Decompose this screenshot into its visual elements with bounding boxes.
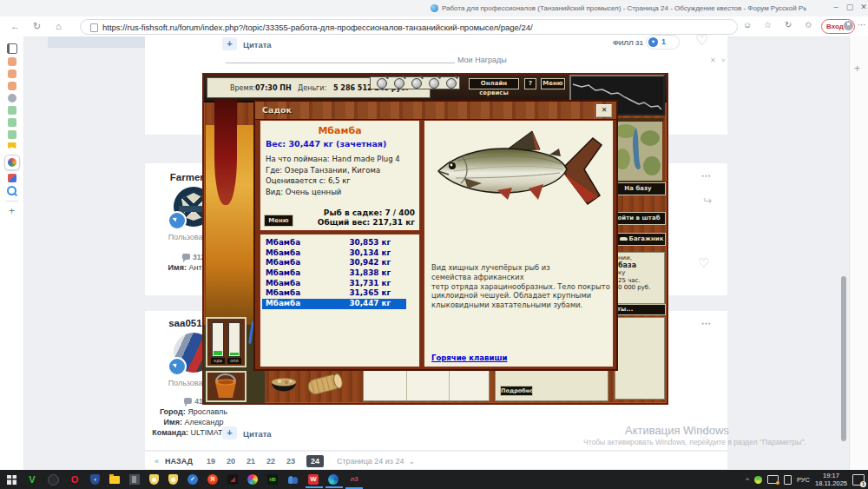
page-number[interactable]: 20 [227,457,235,466]
clock[interactable]: 19:17 18.11.2025 [815,472,847,487]
green-table-icon[interactable] [8,118,16,127]
dark-car-icon[interactable]: ◢ [227,474,238,485]
page-number[interactable]: 21 [247,457,255,466]
post-heart-icon[interactable]: ♡ [698,255,709,271]
reel-icon[interactable] [429,78,439,89]
start-menu-icon[interactable] [7,475,16,485]
game-screenshot-icon[interactable] [129,474,140,485]
hotkeys-link[interactable]: Горячие клавиши [431,354,507,362]
share-icon[interactable]: ↪ [703,195,712,207]
bookmark-star-icon[interactable]: ☆ [764,20,772,30]
reel-icon[interactable] [446,78,457,89]
post-options-icon[interactable]: ⋯ [701,318,712,329]
fish-list-row[interactable]: 31,731 кг Мбамба [262,279,406,289]
display-tray-icon[interactable] [767,475,779,484]
fish-list-row[interactable]: 30,853 кг Мбамба [262,238,406,248]
hb-app-icon[interactable]: НВ [267,474,278,485]
address-bar[interactable]: https://rus-fishsoft.ru/forum/index.php?… [80,19,738,35]
reactions-icon[interactable]: ☺ [743,20,752,30]
tray-expand-icon[interactable]: ^ [746,476,749,484]
quote-button[interactable]: Цитата [243,429,272,439]
flag-yellow-icon[interactable] [8,142,16,151]
to-hq-button[interactable]: ойти в штаб [612,212,666,225]
page-number[interactable]: 23 [286,457,295,466]
plus-icon[interactable]: + [8,207,16,215]
bucket-slot[interactable] [206,371,247,402]
reel-icon[interactable] [394,78,404,89]
inventory-slots[interactable] [363,370,490,401]
fish-list-row[interactable]: 30,134 кг Мбамба [262,248,406,259]
details-button[interactable]: Подробно [500,386,533,396]
hand-orange-icon[interactable] [8,57,16,66]
page-number[interactable]: 24 [306,455,324,467]
back-page-button[interactable]: НАЗАД [165,457,193,466]
tanks-app-icon[interactable] [48,474,59,486]
help-button[interactable]: ? [524,78,536,89]
page-select-caret-icon[interactable]: ⌄ [408,457,415,466]
edge-icon[interactable] [328,474,339,485]
quote-plus-button[interactable]: + [222,37,237,50]
url-text[interactable]: https://rus-fishsoft.ru/forum/index.php?… [102,23,533,32]
yellow-shield-icon[interactable] [149,474,159,485]
divider[interactable] [6,201,18,202]
language-indicator[interactable]: РУС [797,476,810,484]
to-base-button[interactable]: На базу [610,182,666,195]
map-panel[interactable] [614,121,662,182]
gallery-icon[interactable] [8,174,16,182]
home-icon[interactable]: ⌂ [56,21,62,31]
cage-menu-button[interactable]: Меню [264,215,293,227]
yellow-shield2-icon[interactable] [168,474,178,485]
page-number[interactable]: 22 [266,457,275,466]
tray-app-icon[interactable] [754,476,762,484]
page-number[interactable]: 19 [207,457,215,466]
notification-center-icon[interactable]: 1 [852,474,865,486]
gray-app-icon[interactable] [8,94,16,102]
green-table-icon[interactable] [8,130,16,139]
opera-icon[interactable]: O [69,473,81,486]
minimize-button[interactable]: – [830,3,842,11]
reel-icon[interactable] [377,78,387,89]
login-button[interactable]: Вход [821,19,855,34]
maximize-button[interactable]: ▢ [844,3,856,11]
right-panel-plus-icon[interactable]: + [854,63,860,75]
usb-tray-icon[interactable] [784,475,792,485]
close-window-button[interactable]: ✕ [858,3,868,11]
active-site-icon[interactable] [4,155,20,170]
fish-list-row[interactable]: 31,365 кг Мбамба [262,288,406,299]
search-icon[interactable] [7,186,16,195]
quote-plus-button[interactable]: + [222,426,237,439]
file-explorer-icon[interactable] [109,476,120,484]
yandex-browser-icon[interactable]: Я [207,474,218,485]
reload-icon[interactable]: ↻ [33,21,41,32]
scrollbar-thumb[interactable] [841,276,846,441]
wargaming-icon[interactable]: W [308,474,319,485]
quote-button[interactable]: Цитата [243,40,272,50]
post-options-icon[interactable]: ⋯ [701,170,712,182]
signature-close-icon[interactable]: ✕ ˅ [710,56,727,64]
battle-shield-icon[interactable]: ♦ [90,474,100,485]
dialog-titlebar[interactable]: Садок ✕ [255,102,616,120]
game-menu-button[interactable]: Меню [541,78,565,89]
blue-check-icon[interactable]: ✓ [187,474,198,485]
fish-list-row[interactable]: 30,447 кг Мбамба [262,299,406,309]
collections-icon[interactable]: ✩ [805,20,812,30]
pot-item[interactable] [269,373,299,401]
hand-orange-icon[interactable] [8,69,16,78]
hand-orange-icon[interactable] [8,82,16,90]
trunk-button[interactable]: Багажник [617,233,666,246]
reel-icon[interactable] [411,78,422,89]
online-services-button[interactable]: Онлайн сервисы [469,78,519,89]
like-heart-icon[interactable]: ♡ [695,31,708,50]
vk-play-icon[interactable]: V [26,473,38,486]
l3-app-icon[interactable]: л3 [348,473,360,486]
dialog-close-button[interactable]: ✕ [596,104,612,117]
mat-item[interactable] [306,369,344,404]
fish-list-row[interactable]: 31,838 кг Мбамба [262,268,406,279]
tabs-panel-icon[interactable] [7,43,17,54]
back-icon[interactable]: ← [10,21,20,31]
bottom-panel-button[interactable]: ты... [613,304,666,315]
color-wheel-icon[interactable] [247,474,258,485]
like-badge[interactable]: ♥ 1 [646,35,680,50]
browser-menu-icon[interactable]: ⋯ [858,20,866,30]
people-app-icon[interactable] [287,474,299,485]
